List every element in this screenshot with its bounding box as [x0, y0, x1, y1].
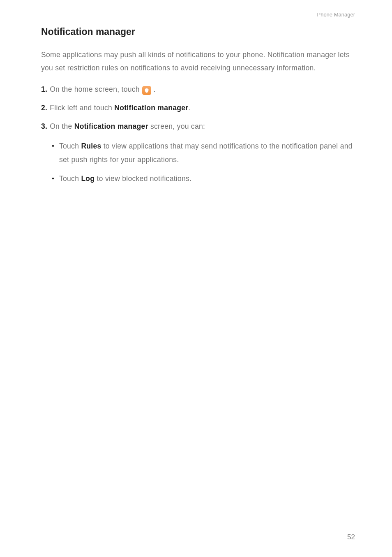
step-bold-term: Notification manager	[114, 104, 188, 112]
section-title: Notification manager	[41, 26, 355, 37]
bullet-post: to view blocked notifications.	[95, 174, 191, 183]
phone-manager-app-icon	[142, 86, 151, 95]
running-header: Phone Manager	[317, 12, 355, 18]
page-container: Phone Manager Notification manager Some …	[0, 0, 392, 557]
step-text-after: .	[154, 84, 156, 95]
step-bold-term: Notification manager	[74, 122, 148, 130]
content-body: Notification manager Some applications m…	[41, 26, 355, 185]
bullet-item-rules: Touch Rules to view applications that ma…	[52, 139, 355, 166]
step-number: 1.	[41, 84, 47, 95]
bullet-bold-term: Rules	[81, 142, 101, 150]
step-3: 3. On the Notification manager screen, y…	[41, 121, 355, 132]
bullet-item-log: Touch Log to view blocked notifications.	[52, 172, 355, 185]
step-number: 3.	[41, 121, 47, 132]
page-number: 52	[347, 533, 355, 541]
step-text-before: Flick left and touch	[50, 104, 114, 112]
step-text-before: On the	[50, 122, 74, 130]
bullet-bold-term: Log	[81, 174, 95, 183]
sub-list: Touch Rules to view applications that ma…	[52, 139, 355, 185]
bullet-pre: Touch	[59, 174, 81, 183]
step-text-after: .	[188, 104, 190, 112]
step-1: 1. On the home screen, touch .	[41, 84, 355, 95]
step-text-after: screen, you can:	[148, 122, 205, 130]
bullet-pre: Touch	[59, 142, 81, 150]
bullet-post: to view applications that may send notif…	[59, 142, 353, 163]
step-2: 2. Flick left and touch Notification man…	[41, 102, 355, 114]
intro-paragraph: Some applications may push all kinds of …	[41, 48, 355, 75]
step-number: 2.	[41, 102, 47, 114]
step-text-before: On the home screen, touch	[50, 84, 140, 95]
